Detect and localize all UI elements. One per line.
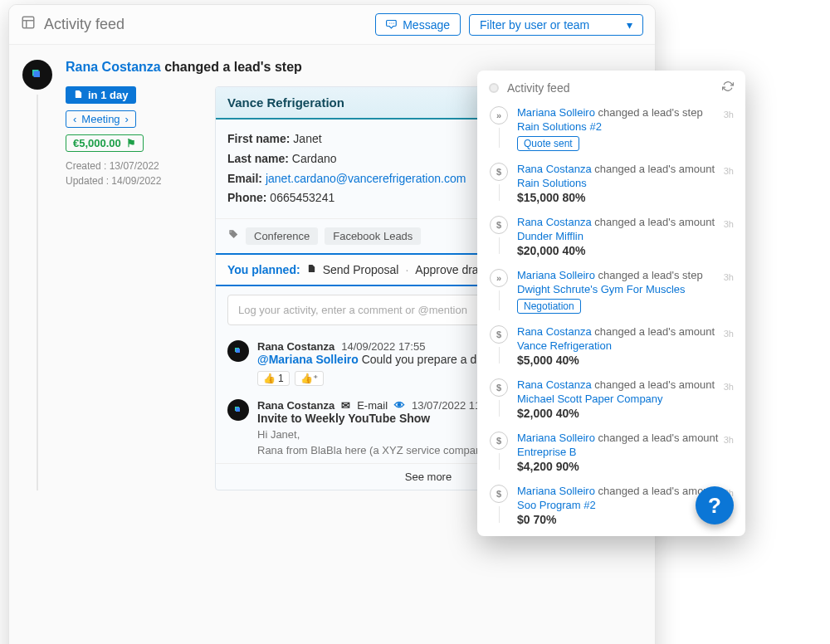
feed-item[interactable]: $ Rana Costanza changed a lead's amount … (477, 154, 745, 207)
eye-icon: 👁 (394, 399, 405, 412)
feed-body: Mariana Solleiro changed a lead's step R… (517, 106, 734, 151)
amount-text: $2,000 40% (517, 407, 734, 420)
sidebar-items: » Mariana Solleiro changed a lead's step… (477, 98, 745, 529)
dollar-icon: $ (490, 432, 508, 450)
svg-rect-0 (22, 17, 34, 28)
email-value[interactable]: janet.cardano@vancerefrigeration.com (266, 172, 466, 185)
node-column: $ (489, 163, 509, 204)
timeline-line (499, 128, 500, 148)
last-name-value: Cardano (292, 152, 337, 165)
tag-facebook-leads[interactable]: Facebook Leads (325, 227, 421, 245)
first-name-value: Janet (293, 132, 321, 145)
activity-feed-header: Activity feed Message Filter by user or … (9, 5, 655, 45)
sidebar-header: Activity feed (477, 71, 745, 98)
timeline-line (499, 506, 500, 523)
svg-rect-11 (236, 407, 240, 412)
thumbs-up-reaction[interactable]: 👍 1 (257, 371, 290, 386)
due-label: in 1 day (88, 89, 128, 101)
timeline-line (499, 184, 500, 201)
feed-lead-link[interactable]: Michael Scott Paper Company (517, 393, 734, 405)
message-button[interactable]: Message (375, 13, 461, 36)
meeting-pill[interactable]: ‹ Meeting › (66, 110, 136, 128)
feed-item[interactable]: $ Mariana Solleiro changed a lead's amou… (477, 423, 745, 476)
feed-time: 3h (724, 219, 734, 229)
feed-user-link[interactable]: Mariana Solleiro (517, 106, 595, 119)
first-name-label: First name: (227, 132, 290, 145)
comment-avatar[interactable] (227, 340, 249, 362)
feed-user-link[interactable]: Rana Costanza (517, 325, 592, 338)
flag-icon: ⚑ (126, 137, 136, 149)
created-text: Created : 13/07/2022 (66, 160, 198, 172)
timeline-line (499, 237, 500, 254)
filter-label: Filter by user or team (480, 18, 589, 32)
comment-time: 14/09/2022 17:55 (341, 340, 425, 353)
feed-time: 3h (724, 329, 734, 339)
comment-author[interactable]: Rana Costanza (257, 340, 334, 353)
feed-body: Mariana Solleiro changed a lead's step D… (517, 269, 734, 314)
chevron-down-icon: ▾ (627, 18, 632, 32)
dollar-icon: $ (490, 325, 508, 344)
feed-user-link[interactable]: Rana Costanza (517, 378, 592, 391)
chevron-left-icon: ‹ (73, 113, 76, 125)
feed-item[interactable]: $ Rana Costanza changed a lead's amount … (477, 207, 745, 261)
feed-user-link[interactable]: Rana Costanza (517, 216, 592, 228)
amount-text: $4,200 90% (517, 460, 734, 473)
phone-label: Phone: (227, 191, 266, 204)
meeting-label: Meeting (81, 113, 120, 125)
feed-lead-link[interactable]: Dunder Mifflin (517, 230, 734, 242)
help-button[interactable]: ? (696, 486, 734, 524)
feed-lead-link[interactable]: Vance Refrigeration (517, 339, 734, 352)
channel-label: E-mail (357, 399, 388, 412)
feed-item[interactable]: » Mariana Solleiro changed a lead's step… (477, 98, 745, 154)
feed-item[interactable]: $ Rana Costanza changed a lead's amount … (477, 317, 745, 370)
mention-link[interactable]: @Mariana Solleiro (257, 353, 359, 366)
feed-user-link[interactable]: Mariana Solleiro (517, 432, 595, 444)
lead-action-text: changed a lead's step (164, 60, 302, 74)
add-reaction[interactable]: 👍⁺ (295, 371, 324, 386)
dollar-icon: $ (490, 485, 508, 503)
refresh-icon[interactable] (722, 80, 734, 95)
feed-action-text: changed a lead's amount (594, 378, 715, 391)
feed-user-link[interactable]: Rana Costanza (517, 163, 592, 175)
chevron-right-icon: › (125, 113, 129, 125)
feed-item[interactable]: » Mariana Solleiro changed a lead's step… (477, 261, 745, 317)
feed-item[interactable]: $ Rana Costanza changed a lead's amount … (477, 370, 745, 423)
message-button-label: Message (403, 18, 450, 32)
timeline-line (499, 290, 500, 310)
feed-lead-link[interactable]: Entreprise B (517, 446, 734, 458)
feed-lead-link[interactable]: Dwight Schrute's Gym For Muscles (517, 283, 734, 295)
email-label: Email: (227, 172, 262, 185)
user-avatar[interactable] (22, 60, 52, 90)
comment-author[interactable]: Rana Costanza (257, 399, 334, 412)
lead-user-link[interactable]: Rana Costanza (66, 60, 161, 74)
feed-action-text: changed a lead's amount (598, 432, 719, 444)
activity-feed-sidebar: Activity feed » Mariana Solleiro changed… (477, 71, 745, 536)
feed-lead-link[interactable]: Rain Solutions (517, 177, 734, 189)
dollar-icon: $ (490, 163, 508, 181)
document-icon (74, 89, 83, 101)
updated-text: Updated : 14/09/2022 (66, 175, 198, 187)
feed-user-link[interactable]: Mariana Solleiro (517, 485, 595, 497)
comment-avatar[interactable] (227, 399, 249, 421)
lead-meta-column: in 1 day ‹ Meeting › €5,000.00 ⚑ Created… (66, 86, 198, 490)
filter-dropdown[interactable]: Filter by user or team ▾ (469, 14, 643, 36)
feed-icon (21, 15, 36, 34)
page-title: Activity feed (44, 16, 367, 33)
timeline-start-node (489, 83, 499, 93)
planned-item-1[interactable]: Send Proposal (323, 263, 399, 276)
timeline-line (499, 347, 500, 363)
feed-time: 3h (724, 382, 734, 392)
due-date-pill[interactable]: in 1 day (66, 86, 136, 104)
feed-body: Rana Costanza changed a lead's amount Va… (517, 325, 734, 367)
timeline-line (499, 400, 500, 417)
you-planned-label: You planned: (227, 263, 300, 276)
amount-pill[interactable]: €5,000.00 ⚑ (66, 134, 144, 152)
feed-user-link[interactable]: Mariana Solleiro (517, 269, 595, 281)
feed-lead-link[interactable]: Rain Solutions #2 (517, 120, 734, 133)
node-column: » (489, 106, 509, 151)
tag-conference[interactable]: Conference (246, 227, 318, 245)
tag-icon (227, 229, 239, 243)
feed-time: 3h (724, 110, 734, 120)
node-column: $ (489, 325, 509, 367)
svg-point-3 (389, 22, 390, 23)
